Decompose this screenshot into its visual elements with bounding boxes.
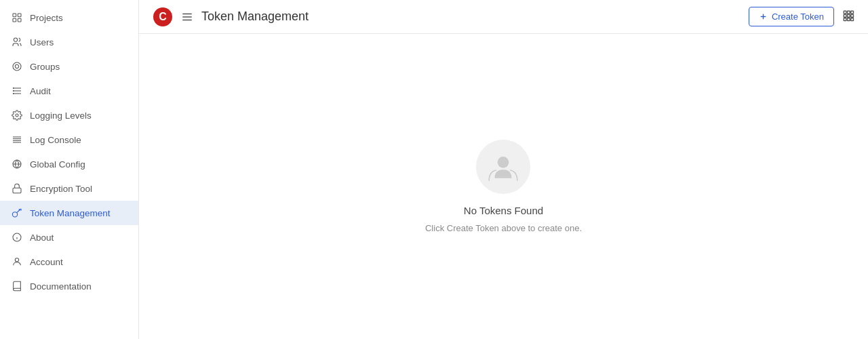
empty-icon [476, 140, 530, 194]
svg-rect-36 [848, 11, 850, 14]
sidebar-item-log-console[interactable]: Log Console [0, 127, 138, 152]
svg-rect-38 [844, 14, 846, 17]
grid-icon [11, 12, 23, 24]
sidebar-label-audit: Audit [30, 86, 51, 96]
sidebar-label-log-console: Log Console [30, 135, 81, 145]
svg-point-5 [13, 62, 21, 71]
main-area: C Token Management Create Token [139, 0, 868, 339]
book-icon [11, 280, 23, 292]
sidebar-label-documentation: Documentation [30, 281, 92, 292]
lock-icon [11, 182, 23, 195]
hamburger-icon[interactable] [181, 11, 193, 23]
svg-rect-19 [13, 188, 21, 193]
about-icon [11, 231, 23, 243]
audit-icon [11, 85, 23, 97]
globe-icon [11, 158, 23, 170]
svg-rect-3 [18, 18, 21, 22]
sidebar-label-token-management: Token Management [30, 208, 111, 218]
svg-rect-0 [13, 14, 16, 17]
sidebar-item-projects[interactable]: Projects [0, 5, 138, 30]
account-icon [11, 256, 23, 268]
content-area: No Tokens Found Click Create Token above… [139, 34, 868, 339]
sidebar-label-users: Users [30, 37, 54, 47]
sidebar-item-global-config[interactable]: Global Config [0, 152, 138, 176]
plus-icon [759, 12, 768, 21]
create-token-button[interactable]: Create Token [749, 7, 834, 26]
svg-rect-2 [13, 18, 16, 22]
gear-icon [11, 109, 23, 121]
apps-grid-icon[interactable] [842, 9, 854, 24]
sidebar-item-about[interactable]: About [0, 225, 138, 250]
sidebar-item-token-management[interactable]: Token Management [0, 201, 138, 225]
app-logo: C [153, 7, 173, 27]
log-console-icon [11, 134, 23, 146]
svg-rect-40 [851, 14, 854, 17]
key-icon [11, 207, 23, 219]
sidebar-label-account: Account [30, 257, 63, 267]
svg-rect-35 [844, 11, 846, 14]
sidebar-item-account[interactable]: Account [0, 250, 138, 274]
svg-point-6 [15, 64, 18, 68]
svg-text:C: C [159, 11, 167, 22]
svg-point-44 [498, 157, 509, 168]
page-title: Token Management [201, 9, 741, 24]
groups-icon [11, 60, 23, 73]
empty-state: No Tokens Found Click Create Token above… [425, 140, 582, 233]
empty-subtitle: Click Create Token above to create one. [425, 223, 582, 233]
sidebar-label-groups: Groups [30, 62, 60, 72]
svg-point-13 [16, 114, 18, 117]
sidebar-item-groups[interactable]: Groups [0, 54, 138, 79]
svg-rect-39 [848, 14, 850, 17]
header: C Token Management Create Token [139, 0, 868, 34]
empty-title: No Tokens Found [464, 205, 543, 216]
sidebar-label-global-config: Global Config [30, 159, 85, 170]
sidebar-item-encryption-tool[interactable]: Encryption Tool [0, 176, 138, 201]
sidebar-label-projects: Projects [30, 13, 63, 23]
sidebar-item-logging-levels[interactable]: Logging Levels [0, 103, 138, 127]
svg-rect-1 [18, 14, 21, 17]
sidebar: Projects Users Groups Audit Logging Leve… [0, 0, 139, 339]
svg-rect-37 [851, 11, 854, 14]
svg-rect-41 [844, 18, 846, 20]
sidebar-label-about: About [30, 233, 54, 243]
sidebar-item-documentation[interactable]: Documentation [0, 274, 138, 298]
sidebar-item-audit[interactable]: Audit [0, 79, 138, 103]
sidebar-label-encryption-tool: Encryption Tool [30, 184, 92, 194]
svg-point-4 [14, 38, 17, 41]
users-icon [11, 36, 23, 48]
svg-rect-42 [848, 18, 850, 20]
svg-rect-43 [851, 18, 854, 20]
sidebar-item-users[interactable]: Users [0, 30, 138, 54]
svg-point-20 [12, 212, 17, 217]
sidebar-label-logging-levels: Logging Levels [30, 111, 92, 121]
svg-point-27 [15, 258, 18, 262]
